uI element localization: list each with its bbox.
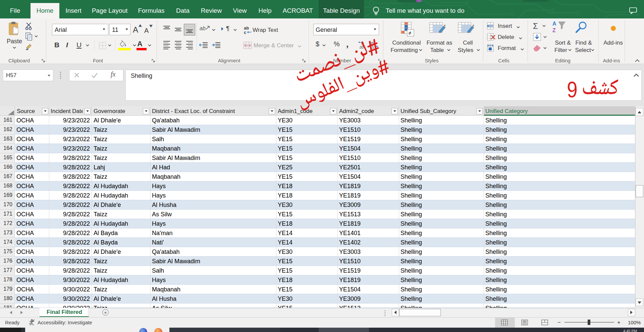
svg-text:≠: ≠	[409, 30, 412, 36]
svg-text:.00: .00	[359, 46, 364, 49]
